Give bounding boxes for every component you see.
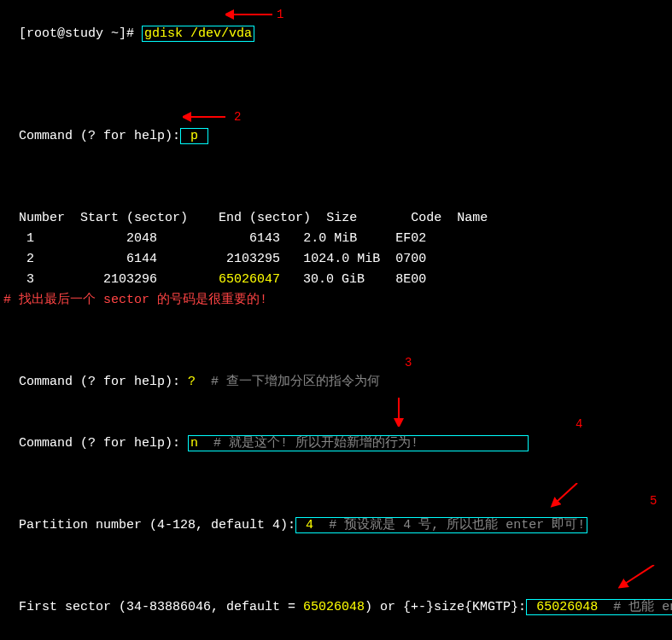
prompt: [root@study ~]# [19, 26, 134, 41]
terminal-line-1: [root@study ~]# gdisk /dev/vda 1 [3, 3, 669, 85]
command-box-1: gdisk /dev/vda [142, 26, 254, 42]
comment-partition: # 预设就是 4 号, 所以也能 enter 即可! [329, 518, 585, 532]
command-box-2: p [180, 128, 208, 144]
comment-q: # 查一下增加分区的指令为何 [211, 375, 380, 389]
first-box: 65026048 # 也能 enter [526, 599, 672, 615]
command-1: gdisk /dev/vda [144, 26, 252, 41]
annotation-4: 4 [576, 415, 582, 433]
col-size: Size [326, 211, 357, 225]
terminal-line-3: Command (? for help): ? # 查一下增加分区的指令为何 3 [3, 352, 669, 413]
help-prompt: Command (? for help): [19, 436, 180, 451]
cell: 2103295 [226, 252, 280, 266]
cell: 1 [26, 231, 34, 246]
first-prompt: First sector (34-83886046, default = [19, 600, 303, 614]
first-sector-line: First sector (34-83886046, default = 650… [3, 577, 669, 638]
cell: 30.0 GiB [303, 272, 365, 287]
terminal-line-4: Command (? for help): n # 就是这个! 所以开始新增的行… [3, 413, 669, 495]
cell-highlight: 65026047 [219, 272, 280, 287]
table-row: 3 2103296 65026047 30.0 GiB 8E00 [3, 270, 669, 290]
first-default: 65026048 [303, 600, 365, 614]
comment-1: # 找出最后一个 sector 的号码是很重要的! [3, 290, 669, 311]
cell: 2 [26, 252, 34, 266]
cell: 3 [26, 272, 34, 287]
first-val: 65026048 [536, 600, 598, 614]
table1-header: Number Start (sector) End (sector) Size … [3, 188, 669, 229]
cell: 2103296 [103, 272, 157, 287]
col-code: Code [411, 211, 441, 225]
col-number: Number [19, 211, 65, 225]
help-prompt: Command (? for help): [19, 129, 180, 143]
partition-val: 4 [306, 518, 313, 532]
col-end: End (sector) [219, 211, 311, 225]
table-row: 2 6144 2103295 1024.0 MiB 0700 [3, 249, 669, 270]
cell: 6143 [249, 231, 280, 246]
cell: 6144 [126, 252, 157, 266]
annotation-2: 2 [234, 108, 241, 126]
cell: 2.0 MiB [303, 231, 357, 246]
arrow-red-icon [183, 111, 225, 123]
first-prompt2: ) or {+-}size{KMGTP}: [365, 600, 526, 614]
col-start: Start (sector) [80, 211, 188, 225]
cmd-n: n [190, 436, 198, 451]
command-box-n: n # 就是这个! 所以开始新增的行为! [188, 435, 529, 451]
arrow-red-icon [225, 9, 272, 20]
cmd-q: ? [188, 375, 196, 389]
annotation-3: 3 [405, 353, 412, 372]
partition-prompt: Partition number (4-128, default 4): [19, 518, 295, 532]
cmd-p: p [190, 129, 198, 143]
col-name: Name [457, 211, 488, 225]
cell: EF02 [395, 231, 426, 246]
partition-box: 4 # 预设就是 4 号, 所以也能 enter 即可! [295, 517, 587, 533]
table-row: 1 2048 6143 2.0 MiB EF02 [3, 229, 669, 249]
cell: 8E00 [395, 272, 426, 287]
cell: 1024.0 MiB [303, 252, 380, 266]
cell: 2048 [126, 231, 157, 246]
comment-first: # 也能 enter [613, 600, 672, 614]
comment-n: # 就是这个! 所以开始新增的行为! [213, 436, 418, 451]
terminal-line-2: Command (? for help): p 2 [3, 106, 669, 188]
help-prompt: Command (? for help): [19, 375, 180, 389]
annotation-5: 5 [650, 492, 657, 510]
annotation-1: 1 [277, 5, 283, 24]
cell: 0700 [395, 252, 426, 266]
partition-line: Partition number (4-128, default 4): 4 #… [3, 495, 669, 577]
